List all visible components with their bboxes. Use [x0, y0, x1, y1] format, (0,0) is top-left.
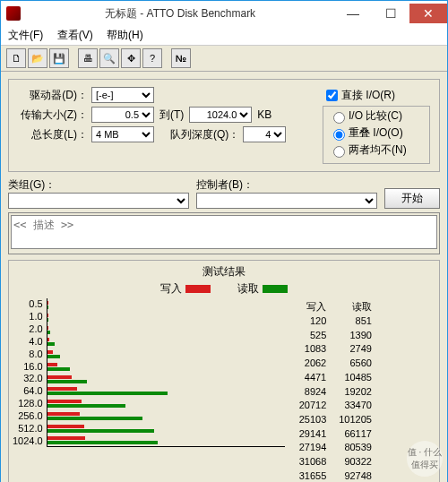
chart-title: 测试结果 — [13, 264, 435, 280]
save-icon[interactable]: 💾 — [49, 48, 69, 68]
new-icon[interactable]: 🗋 — [6, 48, 26, 68]
neither-radio[interactable] — [333, 146, 345, 158]
watermark-icon: 值 · 什么值得买 — [407, 441, 443, 477]
direct-checkbox[interactable] — [326, 90, 338, 101]
chart-bars — [47, 298, 285, 447]
menu-view[interactable]: 查看(V) — [57, 29, 93, 41]
results-panel: 测试结果 写入 读取 0.51.02.04.08.016.032.064.012… — [8, 260, 440, 482]
drive-select[interactable]: [-e-] — [91, 87, 154, 103]
titlebar: 无标题 - ATTO Disk Benchmark — ☐ ✕ — [1, 1, 447, 26]
len-label: 总长度(L)： — [18, 127, 88, 142]
start-button[interactable]: 开始 — [384, 188, 440, 209]
open-icon[interactable]: 📂 — [28, 48, 47, 68]
drive-label: 驱动器(D)： — [18, 88, 88, 103]
minimize-button[interactable]: — — [334, 4, 372, 23]
xfer-to-select[interactable]: 1024.0 — [189, 107, 252, 123]
queue-select[interactable]: 4 — [243, 126, 286, 142]
controller-select[interactable] — [196, 193, 377, 209]
help-icon[interactable]: № — [171, 48, 191, 68]
app-icon — [6, 6, 21, 21]
maximize-button[interactable]: ☐ — [372, 4, 409, 23]
write-legend-icon — [185, 285, 211, 293]
len-select[interactable]: 4 MB — [91, 126, 154, 142]
xfer-label: 传输大小(Z)： — [18, 108, 88, 123]
group-select[interactable] — [8, 193, 189, 209]
unit-label: KB — [257, 108, 271, 121]
preview-icon[interactable]: 🔍 — [99, 48, 119, 68]
results-table: 写入读取 12085152513901083274920626560447110… — [292, 298, 379, 482]
menu-file[interactable]: 文件(F) — [8, 29, 43, 41]
xfer-from-select[interactable]: 0.5 — [91, 107, 154, 123]
info-icon[interactable]: ? — [142, 48, 162, 68]
menu-help[interactable]: 帮助(H) — [107, 29, 143, 41]
menubar: 文件(F) 查看(V) 帮助(H) — [1, 26, 447, 46]
to-label: 到(T) — [159, 108, 184, 123]
compare-radio[interactable] — [333, 112, 345, 124]
read-legend-icon — [263, 285, 288, 293]
y-axis: 0.51.02.04.08.016.032.064.0128.0256.0512… — [13, 298, 47, 446]
move-icon[interactable]: ✥ — [121, 48, 141, 68]
close-button[interactable]: ✕ — [409, 4, 447, 23]
controller-label: 控制者(B)： — [196, 177, 377, 193]
io-mode-group: I/O 比较(C) 重叠 I/O(O) 两者均不(N) — [323, 106, 430, 164]
queue-label: 队列深度(Q)： — [170, 127, 239, 142]
window-title: 无标题 - ATTO Disk Benchmark — [26, 6, 334, 22]
description-textarea[interactable] — [11, 215, 437, 249]
group-label: 类组(G)： — [8, 177, 189, 193]
toolbar: 🗋 📂 💾 🖶 🔍 ✥ ? № — [1, 46, 447, 72]
print-icon[interactable]: 🖶 — [78, 48, 98, 68]
overlap-radio[interactable] — [333, 129, 345, 141]
